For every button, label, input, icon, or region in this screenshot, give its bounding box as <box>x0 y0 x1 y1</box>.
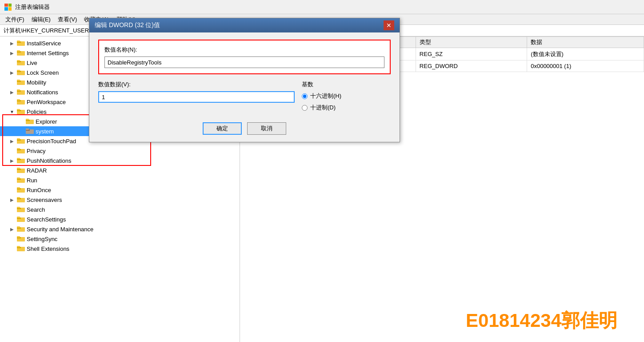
tree-label-live: Live <box>27 60 37 66</box>
app-icon <box>4 3 12 12</box>
base-label: 基数 <box>302 80 391 89</box>
tree-label-precisiontouchpad: PrecisionTouchPad <box>27 138 76 145</box>
menu-file[interactable]: 文件(F) <box>2 15 28 24</box>
dec-radio-row: 十进制(D) <box>302 104 391 112</box>
value-left: 数值数据(V): <box>98 80 295 103</box>
tree-label-screensavers: Screensavers <box>27 197 62 203</box>
ok-button[interactable]: 确定 <box>203 122 242 135</box>
data-value-input[interactable] <box>98 91 295 103</box>
svg-rect-50 <box>17 197 20 198</box>
svg-rect-8 <box>17 60 20 61</box>
tree-label-penworkspace: PenWorkspace <box>27 99 66 105</box>
tree-item-screensavers[interactable]: ▶ Screensavers <box>0 195 240 205</box>
svg-rect-29 <box>26 129 29 130</box>
svg-rect-53 <box>17 207 20 208</box>
expand-arrow-screensavers[interactable]: ▶ <box>9 197 15 203</box>
tree-item-radar[interactable]: RADAR <box>0 165 240 175</box>
folder-icon-radar <box>17 167 25 174</box>
base-section: 基数 十六进制(H) 十进制(D) <box>302 80 391 115</box>
svg-rect-32 <box>17 138 20 140</box>
tree-label-searchsettings: SearchSettings <box>27 216 66 223</box>
folder-icon-settingsync <box>17 235 25 242</box>
expand-arrow-lockscreen[interactable]: ▶ <box>9 69 15 76</box>
folder-icon-pushnotifications <box>17 157 25 164</box>
expand-arrow-privacy <box>9 148 15 154</box>
tree-item-pushnotifications[interactable]: ▶ PushNotifications <box>0 156 240 165</box>
expand-arrow-runonce <box>9 187 15 193</box>
tree-label-internetsettings: Internet Settings <box>27 50 69 56</box>
expand-arrow-precisiontouchpad[interactable]: ▶ <box>9 138 15 144</box>
folder-icon-internetsettings <box>17 49 25 56</box>
folder-icon-notifications <box>17 89 25 96</box>
expand-arrow-shellextensions <box>9 245 15 252</box>
dialog-close-button[interactable]: ✕ <box>384 20 394 30</box>
tree-label-installservice: InstallService <box>27 40 61 47</box>
expand-arrow-explorer <box>18 118 24 125</box>
tree-item-run[interactable]: Run <box>0 175 240 185</box>
folder-icon-runonce <box>17 186 25 193</box>
dialog-title-bar: 编辑 DWORD (32 位)值 ✕ <box>89 18 400 32</box>
col-data: 数据 <box>527 37 644 48</box>
name-section: 数值名称(N): <box>98 40 391 74</box>
svg-rect-65 <box>17 246 20 247</box>
reg-type-cell: REG_DWORD <box>416 60 527 72</box>
tree-label-privacy: Privacy <box>27 148 46 154</box>
expand-arrow-installservice[interactable]: ▶ <box>9 40 15 46</box>
folder-icon-lockscreen <box>17 69 25 76</box>
folder-icon-searchsettings <box>17 216 25 223</box>
svg-rect-5 <box>17 50 20 52</box>
expand-arrow-searchsettings <box>9 216 15 222</box>
hex-radio[interactable] <box>302 93 308 99</box>
expand-arrow-pushnotifications[interactable]: ▶ <box>9 157 15 164</box>
folder-icon-installservice <box>17 40 25 47</box>
tree-item-runonce[interactable]: RunOnce <box>0 185 240 195</box>
tree-item-search[interactable]: Search <box>0 205 240 214</box>
folder-icon-system <box>26 128 34 135</box>
folder-icon-policies <box>17 108 25 115</box>
expand-arrow-notifications[interactable]: ▶ <box>9 89 15 95</box>
expand-arrow-securitymaintenance[interactable]: ▶ <box>9 226 15 232</box>
folder-icon-live <box>17 59 25 66</box>
expand-arrow-radar <box>9 167 15 173</box>
edit-dword-dialog: 编辑 DWORD (32 位)值 ✕ 数值名称(N): 数值数据(V): 基数 … <box>89 18 400 142</box>
expand-arrow-live <box>9 60 15 66</box>
watermark: E01814234郭佳明 <box>466 308 617 333</box>
dec-radio-label: 十进制(D) <box>310 104 336 112</box>
folder-icon-run <box>17 177 25 184</box>
expand-arrow-penworkspace <box>9 99 15 105</box>
folder-icon-precisiontouchpad <box>17 137 25 145</box>
tree-item-searchsettings[interactable]: SearchSettings <box>0 214 240 224</box>
menu-view[interactable]: 查看(V) <box>54 15 80 24</box>
expand-arrow-system <box>18 128 24 134</box>
folder-icon-shellextensions <box>17 245 25 252</box>
folder-icon-search <box>17 206 25 213</box>
tree-label-policies: Policies <box>27 109 47 115</box>
hex-radio-row: 十六进制(H) <box>302 92 391 100</box>
expand-arrow-settingsync <box>9 236 15 242</box>
dialog-body: 数值名称(N): 数值数据(V): 基数 十六进制(H) 十进制(D) <box>89 32 400 142</box>
folder-icon-securitymaintenance <box>17 225 25 233</box>
folder-icon-penworkspace <box>17 98 25 105</box>
expand-arrow-policies[interactable]: ▼ <box>9 109 15 115</box>
svg-rect-26 <box>26 119 29 120</box>
value-section: 数值数据(V): 基数 十六进制(H) 十进制(D) <box>98 80 391 115</box>
tree-label-pushnotifications: PushNotifications <box>27 157 71 164</box>
tree-item-settingsync[interactable]: SettingSync <box>0 234 240 244</box>
menu-edit[interactable]: 编辑(E) <box>28 15 54 24</box>
svg-rect-62 <box>17 236 20 237</box>
folder-icon-privacy <box>17 147 25 154</box>
tree-item-privacy[interactable]: Privacy <box>0 146 240 156</box>
expand-arrow-run <box>9 177 15 183</box>
folder-icon-mobility <box>17 79 25 86</box>
tree-item-securitymaintenance[interactable]: ▶ Security and Maintenance <box>0 224 240 234</box>
tree-label-radar: RADAR <box>27 167 47 174</box>
svg-rect-56 <box>17 217 20 218</box>
tree-label-run: Run <box>27 177 37 184</box>
cancel-button[interactable]: 取消 <box>247 122 286 135</box>
svg-rect-35 <box>17 148 20 149</box>
dec-radio[interactable] <box>302 105 308 111</box>
name-field-input[interactable] <box>104 56 384 68</box>
tree-item-shellextensions[interactable]: Shell Extensions <box>0 244 240 253</box>
expand-arrow-internetsettings[interactable]: ▶ <box>9 50 15 56</box>
tree-label-notifications: Notifications <box>27 89 58 96</box>
